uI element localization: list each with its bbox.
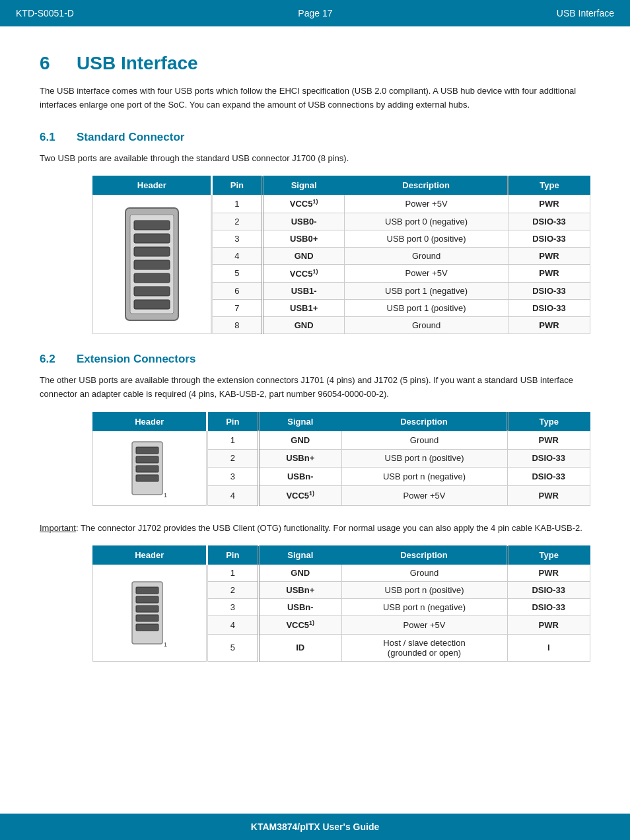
table62b: Header Pin Signal Description Type 1 1GN…	[92, 545, 590, 661]
type-cell: I	[507, 634, 590, 661]
pin-cell: 5	[211, 264, 262, 282]
col-type: Type	[507, 546, 590, 565]
svg-rect-10	[136, 447, 158, 454]
description-cell: Power +5V	[345, 195, 508, 213]
type-cell: PWR	[507, 565, 590, 582]
col-signal: Signal	[259, 412, 342, 431]
page-footer: KTAM3874/pITX User's Guide	[0, 814, 630, 840]
col-type: Type	[508, 176, 590, 195]
section62-title: Extension Connectors	[77, 353, 195, 366]
type-cell: DSIO-33	[508, 230, 590, 247]
type-cell: DSIO-33	[508, 283, 590, 300]
type-cell: PWR	[508, 264, 590, 282]
pin-cell: 2	[207, 582, 258, 599]
svg-rect-18	[136, 606, 158, 612]
svg-rect-13	[136, 475, 158, 481]
important-text: Important: The connector J1702 provides …	[40, 522, 590, 536]
pin-cell: 1	[207, 431, 258, 449]
type-cell: PWR	[507, 616, 590, 634]
section61-number: 6.1	[40, 131, 66, 144]
svg-rect-19	[136, 615, 158, 621]
section6-intro: The USB interface comes with four USB po…	[40, 85, 590, 112]
connector-image	[93, 195, 212, 334]
svg-rect-11	[136, 456, 158, 463]
col-type: Type	[507, 412, 590, 431]
section62-heading: 6.2 Extension Connectors	[40, 353, 590, 366]
section6-heading: 6 USB Interface	[40, 53, 590, 74]
pin-cell: 3	[207, 599, 258, 616]
pin-cell: 4	[211, 247, 262, 264]
col-header: Header	[93, 176, 212, 195]
description-cell: USB port n (positive)	[341, 449, 507, 468]
svg-rect-16	[136, 587, 158, 594]
pin-cell: 2	[211, 213, 262, 230]
table62a-container: Header Pin Signal Description Type 1 1GN…	[92, 412, 590, 506]
type-cell: PWR	[507, 486, 590, 505]
svg-text:1: 1	[164, 641, 167, 648]
col-header: Header	[93, 412, 207, 431]
svg-rect-2	[134, 221, 170, 230]
description-cell: Host / slave detection(grounded or open)	[341, 634, 507, 661]
type-cell: DSIO-33	[508, 213, 590, 230]
col-pin: Pin	[211, 176, 262, 195]
pin-cell: 1	[207, 565, 258, 582]
section61-title: Standard Connector	[77, 131, 184, 144]
type-cell: PWR	[507, 431, 590, 449]
section61-description: Two USB ports are available through the …	[40, 152, 590, 166]
pin-cell: 1	[211, 195, 262, 213]
pin-cell: 4	[207, 616, 258, 634]
col-pin: Pin	[207, 546, 258, 565]
table61-container: Header Pin Signal Description Type 1VCC5…	[92, 176, 590, 334]
svg-rect-20	[136, 624, 158, 631]
connector-image: 1	[93, 565, 207, 661]
type-cell: DSIO-33	[508, 300, 590, 317]
page-header: KTD-S0051-D Page 17 USB Interface	[0, 0, 630, 26]
pin-cell: 2	[207, 449, 258, 468]
table62a: Header Pin Signal Description Type 1 1GN…	[92, 412, 590, 506]
pin-cell: 5	[207, 634, 258, 661]
svg-rect-4	[134, 247, 170, 256]
connector-image: 1	[93, 431, 207, 505]
pin-cell: 3	[207, 468, 258, 486]
section6-number: 6	[40, 53, 66, 74]
description-cell: USB port 1 (negative)	[345, 283, 508, 300]
col-pin: Pin	[207, 412, 258, 431]
header-right: USB Interface	[557, 8, 614, 18]
svg-rect-3	[134, 234, 170, 243]
section61-heading: 6.1 Standard Connector	[40, 131, 590, 144]
type-cell: PWR	[508, 317, 590, 334]
type-cell: DSIO-33	[507, 449, 590, 468]
footer-text: KTAM3874/pITX User's Guide	[251, 822, 379, 832]
section62-description: The other USB ports are available throug…	[40, 374, 590, 402]
pin-cell: 3	[211, 230, 262, 247]
type-cell: DSIO-33	[507, 599, 590, 616]
col-header: Header	[93, 546, 207, 565]
col-description: Description	[341, 412, 507, 431]
svg-rect-12	[136, 466, 158, 472]
important-label: Important	[40, 523, 76, 533]
svg-rect-7	[134, 287, 170, 296]
section6-title: USB Interface	[77, 53, 198, 74]
svg-rect-6	[134, 273, 170, 283]
description-cell: Ground	[341, 565, 507, 582]
description-cell: Ground	[341, 431, 507, 449]
svg-text:1: 1	[164, 492, 167, 499]
description-cell: USB port n (negative)	[341, 599, 507, 616]
description-cell: USB port 1 (positive)	[345, 300, 508, 317]
type-cell: DSIO-33	[507, 468, 590, 486]
col-description: Description	[345, 176, 508, 195]
type-cell: DSIO-33	[507, 582, 590, 599]
pin-cell: 8	[211, 317, 262, 334]
table61: Header Pin Signal Description Type 1VCC5…	[92, 176, 590, 334]
description-cell: Ground	[345, 247, 508, 264]
main-content: 6 USB Interface The USB interface comes …	[0, 26, 630, 814]
pin-cell: 6	[211, 283, 262, 300]
description-cell: Power +5V	[345, 264, 508, 282]
type-cell: PWR	[508, 195, 590, 213]
pin-cell: 4	[207, 486, 258, 505]
description-cell: Power +5V	[341, 486, 507, 505]
svg-rect-5	[134, 260, 170, 269]
description-cell: USB port 0 (positive)	[345, 230, 508, 247]
header-left: KTD-S0051-D	[16, 8, 74, 18]
header-center: Page 17	[298, 8, 332, 18]
